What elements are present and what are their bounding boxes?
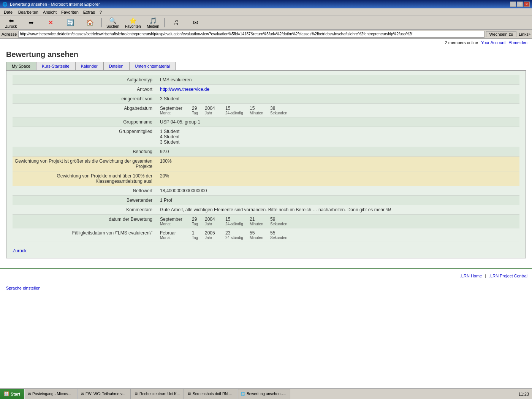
taskbar-screenshots[interactable]: 🖥 Screenshots dotLRN....	[184, 389, 237, 399]
taskbar-label-1: FW: WG: Teilnahme v...	[86, 392, 125, 396]
start-button[interactable]: 🪟 Start	[0, 389, 24, 399]
your-account-link[interactable]: Your Account	[481, 40, 505, 45]
menu-bar: Datei Bearbeiten Ansicht Favoriten Extra…	[0, 8, 532, 16]
separator-2	[164, 18, 165, 27]
go-button[interactable]: Wechseln zu	[486, 31, 517, 37]
row-label: Gruppenmitglied	[13, 127, 157, 147]
date-num: 15	[225, 217, 248, 222]
taskbar-icon-3: 🖥	[187, 392, 191, 396]
taskbar-fw[interactable]: ✉ FW: WG: Teilnahme v...	[78, 389, 131, 399]
row-label: Aufgabentyp	[13, 75, 157, 85]
sprache-link[interactable]: Sprache einstellen	[6, 286, 41, 290]
list-item: 4 Student	[160, 134, 519, 139]
address-bar: Adresse Wechseln zu Links »	[0, 30, 532, 39]
mail-button[interactable]: ✉	[186, 17, 205, 28]
date-values: September292004151538	[160, 106, 519, 111]
date-labels: MonatTagJahr24-stündigMinutenSekunden	[160, 236, 519, 240]
title-bar-title: Bewertung ansehen - Microsoft Internet E…	[10, 2, 100, 6]
members-online: 2 members online	[445, 40, 478, 45]
back-button[interactable]: ⬅ Zurück	[2, 17, 21, 28]
date-labels: MonatTagJahr24-stündigMinutenSekunden	[160, 222, 519, 226]
print-button[interactable]: 🖨	[166, 17, 185, 28]
taskbar-items: ✉ Posteingang - Micros... ✉ FW: WG: Teil…	[24, 389, 515, 399]
table-row: Gruppenmitglied 1 Student 4 Student 3 St…	[13, 127, 519, 147]
taskbar-label-2: Rechenzentrum Uni K...	[139, 392, 180, 396]
menu-datei[interactable]: Datei	[2, 10, 16, 15]
row-value: 3 Student	[157, 94, 519, 104]
taskbar-label-3: Screenshots dotLRN....	[193, 392, 232, 396]
taskbar-posteingang[interactable]: ✉ Posteingang - Micros...	[24, 389, 78, 399]
taskbar-time: 11:23	[515, 392, 532, 396]
row-value: 92.0	[157, 147, 519, 157]
menu-help[interactable]: ?	[97, 10, 104, 15]
forward-button[interactable]: ➡	[21, 17, 40, 28]
list-item: 1 Student	[160, 129, 519, 134]
home-icon: 🏠	[86, 19, 94, 26]
media-label: Medien	[147, 24, 159, 28]
tabs: My Space Kurs-Startseite Kalender Dateie…	[6, 62, 526, 70]
tab-dateien[interactable]: Dateien	[103, 62, 129, 70]
home-button[interactable]: 🏠	[81, 17, 100, 28]
menu-bearbeiten[interactable]: Bearbeiten	[16, 10, 41, 15]
links-arrow: »	[529, 32, 530, 36]
mail-icon: ✉	[193, 19, 198, 26]
taskbar-bewertung[interactable]: 🌐 Bewertung ansehen -...	[237, 389, 290, 399]
refresh-button[interactable]: 🔄	[61, 17, 80, 28]
menu-favoriten[interactable]: Favoriten	[59, 10, 81, 15]
search-button[interactable]: 🔍 Suchen	[103, 17, 122, 28]
row-value: 100%	[157, 157, 519, 171]
favorites-button[interactable]: ⭐ Favoriten	[123, 17, 143, 28]
abmelden-link[interactable]: Abmelden	[508, 40, 527, 45]
project-central-link[interactable]: .LRN Project Central	[489, 274, 527, 278]
footer-links: .LRN Home | .LRN Project Central	[0, 272, 532, 280]
date-lbl: Sekunden	[270, 111, 289, 115]
tab-unterricht[interactable]: Unterrichtsmaterial	[129, 62, 176, 70]
tab-kalender[interactable]: Kalender	[75, 62, 103, 70]
media-button[interactable]: 🎵 Medien	[144, 17, 163, 28]
footer-separator: |	[485, 274, 486, 278]
back-label: Zurück	[5, 24, 17, 28]
address-input[interactable]	[18, 31, 484, 38]
row-value: 1 Prof	[157, 196, 519, 205]
back-icon: ⬅	[9, 17, 14, 24]
forward-icon: ➡	[28, 19, 33, 26]
title-bar: 🌐 Bewertung ansehen - Microsoft Internet…	[0, 0, 532, 8]
lrn-home-link[interactable]: .LRN Home	[460, 274, 482, 278]
date-lbl: Jahr	[205, 222, 224, 226]
date-num: 55	[250, 230, 269, 236]
tab-myspace[interactable]: My Space	[6, 62, 36, 70]
date-values: Februar12005235555	[160, 230, 519, 236]
date-lbl: Monat	[160, 111, 190, 115]
menu-extras[interactable]: Extras	[81, 10, 97, 15]
table-row: Antworthttp://www.theservice.de	[13, 85, 519, 94]
list-item: 3 Student	[160, 139, 519, 145]
minimize-button[interactable]: _	[510, 2, 516, 7]
close-button[interactable]: ✕	[524, 2, 530, 7]
date-num: 15	[225, 106, 248, 111]
row-link[interactable]: http://www.theservice.de	[160, 87, 209, 92]
row-value: 1 Student 4 Student 3 Student	[157, 127, 519, 147]
scroll-area[interactable]: 2 members online Your Account Abmelden B…	[0, 39, 532, 369]
row-label: Gewichtung von Projekt ist größer als di…	[13, 157, 157, 171]
taskbar-rechenzentrum[interactable]: 🖥 Rechenzentrum Uni K...	[131, 389, 184, 399]
top-nav: 2 members online Your Account Abmelden	[0, 39, 532, 46]
row-label: Antwort	[13, 85, 157, 94]
row-label: Nettowert	[13, 186, 157, 196]
date-num: 38	[270, 106, 289, 111]
stop-button[interactable]: ✕	[41, 17, 60, 28]
title-bar-left: 🌐 Bewertung ansehen - Microsoft Internet…	[2, 2, 100, 7]
row-value: LMS evaluieren	[157, 75, 519, 85]
taskbar-icon-0: ✉	[28, 392, 31, 396]
table-row: Gewichtung von Projekt ist größer als di…	[13, 157, 519, 171]
table-row: Gewichtung von Projekte macht über 100% …	[13, 171, 519, 186]
tab-kurs[interactable]: Kurs-Startseite	[36, 62, 75, 70]
date-num: 23	[225, 230, 248, 236]
separator-1	[101, 18, 102, 27]
maximize-button[interactable]: □	[517, 2, 523, 7]
back-link[interactable]: Zurück	[13, 248, 27, 253]
address-label: Adresse	[2, 32, 17, 36]
date-num: September	[160, 106, 190, 111]
date-lbl: Minuten	[250, 236, 269, 240]
menu-ansicht[interactable]: Ansicht	[41, 10, 59, 15]
date-lbl: 24-stündig	[225, 222, 248, 226]
